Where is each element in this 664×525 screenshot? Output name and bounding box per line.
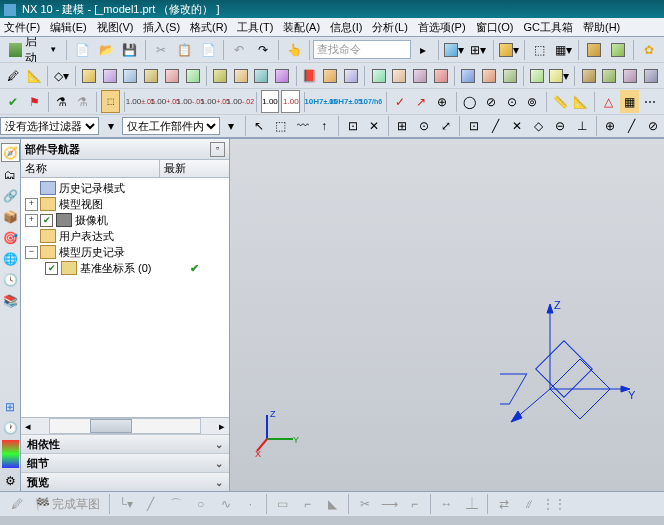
intersect-icon[interactable] bbox=[500, 64, 519, 87]
checkbox-icon[interactable]: ✔ bbox=[40, 214, 53, 227]
filter-dropdown-icon[interactable]: ▾ bbox=[102, 117, 122, 136]
pattern-icon[interactable] bbox=[528, 64, 547, 87]
graphics-viewport[interactable]: Z Y Z Y X bbox=[230, 139, 664, 491]
col-name[interactable]: 名称 bbox=[21, 160, 160, 177]
surf-finish-icon[interactable]: ✓ bbox=[391, 90, 410, 113]
tol-4[interactable]: 1.00+.05 bbox=[204, 90, 227, 113]
pocket-icon[interactable] bbox=[163, 64, 182, 87]
tree-user-expr[interactable]: 用户表达式 bbox=[21, 228, 229, 244]
menu-assemblies[interactable]: 装配(A) bbox=[283, 20, 320, 35]
collapse-icon[interactable]: − bbox=[25, 246, 38, 259]
scope-filter[interactable]: 仅在工作部件内 bbox=[122, 117, 220, 135]
assy3-icon[interactable] bbox=[621, 64, 640, 87]
delete-face-icon[interactable] bbox=[431, 64, 450, 87]
draft-icon[interactable] bbox=[252, 64, 271, 87]
grid-icon[interactable]: ▦ bbox=[620, 90, 639, 113]
shaded-icon[interactable] bbox=[583, 38, 605, 61]
expand-icon[interactable]: + bbox=[25, 214, 38, 227]
rb-hd3d-icon[interactable]: 🎯 bbox=[2, 229, 19, 246]
boss-icon[interactable] bbox=[142, 64, 161, 87]
book-icon[interactable]: 📕 bbox=[300, 64, 319, 87]
sketch-icon[interactable]: 🖉 bbox=[4, 64, 23, 87]
checkbox-icon[interactable]: ✔ bbox=[45, 262, 58, 275]
col-latest[interactable]: 最新 bbox=[160, 160, 190, 177]
view-orient-icon[interactable]: ▾ bbox=[443, 38, 465, 61]
sk-mirror-icon[interactable]: ⇄ bbox=[492, 493, 515, 516]
sel-lasso-icon[interactable]: 〰 bbox=[293, 115, 313, 138]
nav-hscroll[interactable]: ◂ ▸ bbox=[21, 417, 229, 434]
shell-icon[interactable] bbox=[273, 64, 292, 87]
tree-cameras[interactable]: +✔摄像机 bbox=[21, 212, 229, 228]
snap-quad-icon[interactable]: ◇ bbox=[529, 115, 549, 138]
rb-roles-icon[interactable]: 📚 bbox=[2, 292, 19, 309]
sel-up-icon[interactable]: ↑ bbox=[314, 115, 334, 138]
cut-icon[interactable]: ✂ bbox=[150, 38, 172, 61]
rect-icon[interactable]: ▭ bbox=[271, 493, 294, 516]
point-icon[interactable]: · bbox=[239, 493, 262, 516]
sk-pattern-icon[interactable]: ⋮⋮ bbox=[542, 493, 565, 516]
rb-browser-icon[interactable]: 🌐 bbox=[2, 250, 19, 267]
circ4-icon[interactable]: ⊚ bbox=[523, 90, 542, 113]
more-icon[interactable]: ⋯ bbox=[641, 90, 660, 113]
rb-navigator-icon[interactable]: 🧭 bbox=[1, 143, 20, 162]
rb-assembly-icon[interactable]: 🗂 bbox=[2, 166, 19, 183]
datum-csys-graphic[interactable]: Z Y bbox=[500, 299, 640, 439]
section-dependencies[interactable]: 相依性⌄ bbox=[21, 434, 229, 453]
rb-reuse-icon[interactable]: 📦 bbox=[2, 208, 19, 225]
hole-icon[interactable] bbox=[121, 64, 140, 87]
wcs-icon[interactable]: ⬚ bbox=[529, 38, 551, 61]
menu-tools[interactable]: 工具(T) bbox=[237, 20, 273, 35]
replace-face-icon[interactable] bbox=[411, 64, 430, 87]
spline-icon[interactable]: ∿ bbox=[214, 493, 237, 516]
measure-icon[interactable]: 📏 bbox=[551, 90, 570, 113]
dim-box-icon[interactable]: ⬚ bbox=[101, 90, 120, 113]
render-style-icon[interactable]: ▾ bbox=[498, 38, 520, 61]
snap-on-icon[interactable]: ⊕ bbox=[600, 115, 620, 138]
rb-settings-icon[interactable]: ⚙ bbox=[2, 472, 19, 489]
split-icon[interactable] bbox=[342, 64, 361, 87]
snap-off-icon[interactable]: ⊘ bbox=[644, 115, 664, 138]
tol-box1[interactable]: 1.00 bbox=[261, 90, 280, 113]
make-corner-icon[interactable]: ⌐ bbox=[403, 493, 426, 516]
snap-mid-icon[interactable]: ╱ bbox=[486, 115, 506, 138]
snap-near-icon[interactable]: ╱ bbox=[622, 115, 642, 138]
menu-analysis[interactable]: 分析(L) bbox=[372, 20, 407, 35]
rb-sys-icon[interactable]: ⊞ bbox=[2, 398, 19, 415]
pin-icon[interactable]: ▫ bbox=[210, 142, 225, 157]
extrude-icon[interactable] bbox=[80, 64, 99, 87]
sk-offset-icon[interactable]: ⫽ bbox=[517, 493, 540, 516]
assy1-icon[interactable] bbox=[579, 64, 598, 87]
gdt-icon[interactable]: ⊕ bbox=[433, 90, 452, 113]
snap-tan-icon[interactable]: ⊖ bbox=[550, 115, 570, 138]
search-go-icon[interactable]: ▸ bbox=[412, 38, 434, 61]
snap-diag-icon[interactable]: ⤢ bbox=[436, 115, 456, 138]
menu-info[interactable]: 信息(I) bbox=[330, 20, 362, 35]
subtract-icon[interactable] bbox=[480, 64, 499, 87]
funnel-icon[interactable]: ⚗ bbox=[53, 90, 72, 113]
new-icon[interactable]: 📄 bbox=[71, 38, 93, 61]
weld-icon[interactable]: ↗ bbox=[412, 90, 431, 113]
menu-gc-toolbox[interactable]: GC工具箱 bbox=[523, 20, 573, 35]
mirror-icon[interactable]: ▾ bbox=[548, 64, 570, 87]
section-preview[interactable]: 预览⌄ bbox=[21, 472, 229, 491]
paste-icon[interactable]: 📄 bbox=[198, 38, 220, 61]
sel-box-icon[interactable]: ⊡ bbox=[343, 115, 363, 138]
sketch-in-task-icon[interactable]: 🖉 bbox=[5, 493, 28, 516]
undo-icon[interactable]: ↶ bbox=[228, 38, 250, 61]
section-details[interactable]: 细节⌄ bbox=[21, 453, 229, 472]
start-button[interactable]: 启动 ▼ bbox=[4, 38, 62, 61]
move-face-icon[interactable] bbox=[369, 64, 388, 87]
quick-extend-icon[interactable]: ⟶ bbox=[378, 493, 401, 516]
fit-h7-2[interactable]: 10H7±.05 bbox=[334, 90, 357, 113]
datum-plane-icon[interactable]: ◇▾ bbox=[52, 64, 71, 87]
layer-icon[interactable]: ▦▾ bbox=[553, 38, 575, 61]
menu-format[interactable]: 格式(R) bbox=[190, 20, 227, 35]
menu-preferences[interactable]: 首选项(P) bbox=[418, 20, 466, 35]
tree-model-views[interactable]: +模型视图 bbox=[21, 196, 229, 212]
expand-icon[interactable]: + bbox=[25, 198, 38, 211]
fit-10[interactable]: 107/h6 bbox=[359, 90, 382, 113]
blend-icon[interactable] bbox=[211, 64, 230, 87]
save-icon[interactable]: 💾 bbox=[119, 38, 141, 61]
measure2-icon[interactable]: 📐 bbox=[572, 90, 591, 113]
nav-tree[interactable]: 历史记录模式 +模型视图 +✔摄像机 用户表达式 −模型历史记录 ✔基准坐标系 … bbox=[21, 178, 229, 417]
